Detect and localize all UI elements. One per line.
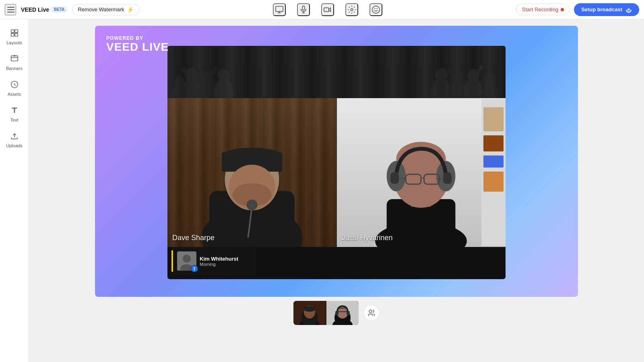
video-grid: Dave Sharpe [167,46,506,279]
sidebar-item-banners[interactable]: Banners [2,50,27,74]
emoji-icon[interactable] [369,3,382,16]
canvas-area: POWERED BY VEED.LIVE [29,19,644,362]
speaker-panel-right: Jussi Hyvärinen [337,98,506,247]
assets-icon [9,79,20,90]
crowd-background [167,46,506,98]
svg-point-4 [372,6,380,13]
broadcast-canvas: POWERED BY VEED.LIVE [95,26,578,297]
video-camera-icon[interactable] [321,3,334,16]
sidebar-item-layouts[interactable]: Layouts [2,24,27,48]
record-dot-icon [561,8,564,11]
bottom-bar [290,297,383,329]
banners-icon [9,53,20,64]
svg-point-14 [14,55,15,56]
svg-rect-10 [11,33,14,36]
powered-by-logo: POWERED BY VEED.LIVE [106,35,169,53]
setup-broadcast-label: Setup broadcast [581,6,622,12]
thumbnail-2-bg [326,301,359,325]
comment-avatar: f [177,251,196,271]
svg-point-44 [246,200,257,210]
setup-broadcast-button[interactable]: Setup broadcast [574,3,639,16]
remove-watermark-button[interactable]: Remove Watermark ⚡ [72,4,140,15]
svg-point-23 [175,76,184,86]
participants-button[interactable] [363,305,380,321]
speaker-panel-left: Dave Sharpe [167,98,337,247]
svg-rect-77 [335,311,339,315]
menu-button[interactable] [5,4,16,15]
nav-center-icons [144,3,511,16]
svg-rect-11 [14,33,17,36]
uploads-icon [9,130,20,142]
sidebar-item-uploads[interactable]: Uploads [2,127,27,151]
svg-point-3 [351,8,353,11]
screen-share-icon[interactable] [273,3,286,16]
nav-right: Start Recording Setup broadcast [516,3,639,16]
speaker-name-right: Jussi Hyvärinen [342,234,393,242]
svg-point-27 [435,68,448,81]
lightning-icon: ⚡ [127,6,134,13]
start-recording-button[interactable]: Start Recording [516,4,570,15]
svg-point-7 [628,9,629,10]
svg-rect-8 [11,30,14,33]
commenter-message: Morning [200,262,238,267]
sidebar: Layouts Banners Assets [0,19,29,362]
thumbnail-2[interactable] [326,301,359,325]
powered-by-text: POWERED BY [106,35,169,41]
svg-rect-78 [347,311,350,315]
top-nav: VEED Live BETA Remove Watermark ⚡ [0,0,644,19]
brand: VEED Live BETA [21,6,67,13]
text-icon [9,105,20,116]
text-label: Text [10,117,18,122]
comment-text: Kim Whitehurst Morning [200,256,238,267]
microphone-icon[interactable] [297,3,310,16]
svg-rect-1 [302,6,305,10]
veed-live-text: VEED.LIVE [106,41,169,53]
commenter-name: Kim Whitehurst [200,256,238,262]
svg-point-71 [303,306,316,312]
svg-rect-2 [324,8,329,11]
svg-point-21 [218,69,230,81]
svg-point-33 [484,74,495,84]
remove-watermark-label: Remove Watermark [78,6,124,12]
comment-overlay: f Kim Whitehurst Morning [171,247,256,275]
start-recording-label: Start Recording [522,6,558,12]
main-area: Layouts Banners Assets [0,19,644,362]
sidebar-item-text[interactable]: Text [2,101,27,125]
banners-label: Banners [6,66,23,71]
thumbnail-strip [293,301,359,325]
settings-icon[interactable] [345,3,358,16]
speaker-name-left: Dave Sharpe [172,234,215,242]
svg-rect-62 [390,173,399,184]
beta-badge: BETA [52,6,67,12]
comment-left-bar [171,250,173,272]
svg-rect-63 [443,173,452,184]
speaker-left-background [167,98,336,247]
facebook-badge: f [191,265,198,272]
speaker-right-background [337,98,506,247]
assets-label: Assets [8,92,21,97]
uploads-label: Uploads [6,143,22,148]
speakers-row: Dave Sharpe [167,98,506,247]
broadcast-icon [625,6,632,13]
sidebar-item-assets[interactable]: Assets [2,76,27,100]
svg-rect-0 [276,6,283,11]
svg-point-65 [183,255,191,263]
thumbnail-1-bg [293,301,326,325]
layouts-label: Layouts [6,40,22,45]
svg-rect-9 [14,30,17,33]
svg-point-79 [369,310,372,313]
layouts-icon [9,27,20,39]
brand-name: VEED Live [21,6,49,13]
thumbnail-1[interactable] [293,301,326,325]
